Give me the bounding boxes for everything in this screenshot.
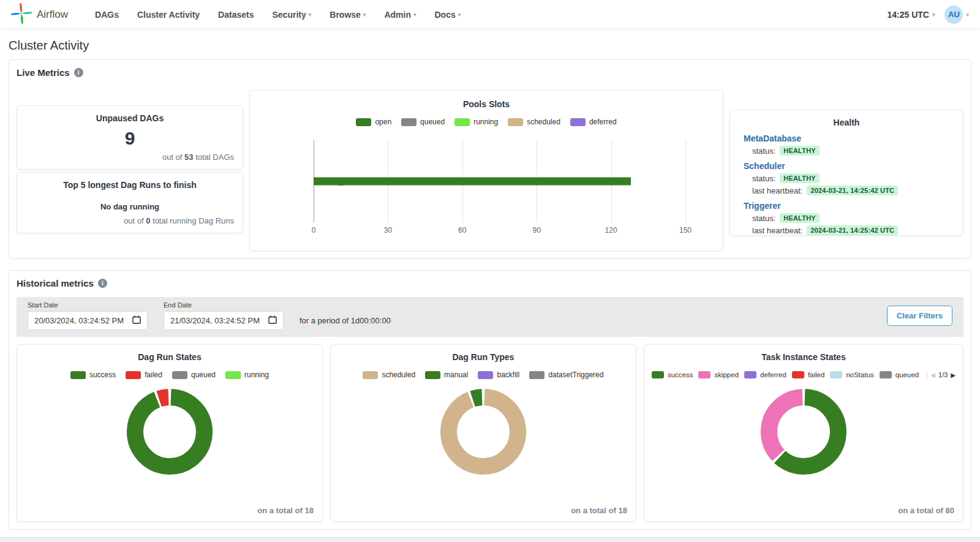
dag-run-states-donut bbox=[24, 385, 315, 478]
heartbeat-badge: 2024-03-21, 14:25:42 UTC bbox=[807, 225, 898, 235]
pager-prev-icon[interactable]: ◀ bbox=[930, 372, 935, 378]
legend-item-failed[interactable]: failed bbox=[792, 371, 825, 378]
pools-slots-chart: default_pool 0306090120150 bbox=[266, 140, 685, 236]
pools-slots-legend: openqueuedrunningscheduleddeferred bbox=[260, 118, 713, 126]
info-icon[interactable]: i bbox=[98, 279, 107, 288]
nav-item-docs[interactable]: Docs▾ bbox=[434, 10, 461, 20]
legend-label: deferred bbox=[589, 118, 617, 126]
legend-label: skipped bbox=[714, 371, 739, 378]
legend-item-deferred[interactable]: deferred bbox=[570, 118, 617, 126]
legend-item-success[interactable]: success bbox=[652, 371, 693, 378]
nav-item-datasets[interactable]: Datasets bbox=[218, 10, 254, 20]
no-dag-running-text: No dag running bbox=[26, 202, 234, 211]
legend-item-scheduled[interactable]: scheduled bbox=[363, 371, 415, 379]
start-date-input[interactable] bbox=[34, 316, 126, 325]
legend-item-running[interactable]: running bbox=[454, 118, 498, 126]
legend-chip bbox=[70, 371, 86, 379]
legend-label: open bbox=[375, 118, 391, 126]
live-metrics-panel: Live Metrics i Unpaused DAGs 9 out of 53… bbox=[9, 59, 971, 259]
historical-metrics-heading: Historical metrics i bbox=[17, 278, 963, 288]
timezone-selector[interactable]: 14:25 UTC ▾ bbox=[887, 10, 935, 20]
legend-item-open[interactable]: open bbox=[356, 118, 391, 126]
calendar-icon[interactable] bbox=[132, 315, 141, 326]
nav-item-admin[interactable]: Admin▾ bbox=[384, 10, 416, 20]
airflow-brand[interactable]: Airflow bbox=[11, 3, 68, 26]
chevron-down-icon: ▾ bbox=[363, 12, 366, 18]
avatar: AU bbox=[944, 6, 963, 24]
info-icon[interactable]: i bbox=[74, 68, 83, 77]
legend-chip bbox=[454, 118, 470, 126]
legend-label: success bbox=[668, 371, 693, 378]
legend-item-failed[interactable]: failed bbox=[126, 371, 162, 379]
page-title: Cluster Activity bbox=[9, 39, 971, 53]
brand-name: Airflow bbox=[37, 9, 68, 21]
end-date-field: End Date bbox=[164, 301, 284, 330]
legend-label: success bbox=[89, 371, 116, 379]
legend-label: running bbox=[244, 371, 269, 379]
status-badge: HEALTHY bbox=[780, 146, 820, 156]
status-badge: HEALTHY bbox=[780, 173, 820, 183]
live-metrics-heading: Live Metrics i bbox=[17, 67, 963, 78]
legend-item-datasetTriggered[interactable]: datasetTriggered bbox=[529, 371, 603, 379]
task-instance-states-legend: successskippeddeferredfailednoStatusqueu… bbox=[652, 371, 956, 379]
legend-label: queued bbox=[191, 371, 216, 379]
legend-item-success[interactable]: success bbox=[70, 371, 116, 379]
legend-item-scheduled[interactable]: scheduled bbox=[508, 118, 560, 126]
legend-item-queued[interactable]: queued bbox=[401, 118, 445, 126]
legend-pager: | ◀ 1/3 ▶ bbox=[925, 371, 956, 379]
legend-item-skipped[interactable]: skipped bbox=[698, 371, 739, 378]
chevron-down-icon: ▾ bbox=[932, 12, 935, 18]
legend-item-running[interactable]: running bbox=[225, 371, 269, 379]
legend-chip bbox=[363, 371, 378, 379]
legend-chip bbox=[570, 118, 586, 126]
legend-chip bbox=[225, 371, 241, 379]
navbar-right: 14:25 UTC ▾ AU ▾ bbox=[887, 6, 969, 24]
start-date-label: Start Date bbox=[28, 301, 148, 309]
legend-chip bbox=[698, 371, 710, 378]
user-menu[interactable]: AU ▾ bbox=[944, 6, 969, 24]
legend-chip bbox=[425, 371, 440, 379]
dag-run-types-legend: scheduledmanualbackfilldatasetTriggered bbox=[338, 371, 628, 379]
health-link-scheduler[interactable]: Scheduler bbox=[744, 161, 953, 171]
chevron-down-icon: ▾ bbox=[309, 12, 312, 18]
pool-bar bbox=[314, 177, 685, 185]
legend-label: queued bbox=[420, 118, 445, 126]
pager-separator: | bbox=[925, 371, 927, 379]
unpaused-dags-value: 9 bbox=[26, 128, 234, 149]
legend-chip bbox=[529, 371, 545, 379]
task-instance-states-title: Task Instance States bbox=[652, 352, 956, 362]
pools-slots-card: Pools Slots openqueuedrunningscheduledde… bbox=[249, 90, 723, 251]
dag-run-types-donut bbox=[338, 385, 628, 478]
legend-item-deferred[interactable]: deferred bbox=[744, 371, 786, 378]
legend-chip bbox=[401, 118, 417, 126]
legend-chip bbox=[172, 371, 187, 379]
legend-item-backfill[interactable]: backfill bbox=[478, 371, 519, 379]
dag-run-types-card: Dag Run Types scheduledmanualbackfilldat… bbox=[330, 344, 636, 522]
legend-chip bbox=[508, 118, 523, 126]
legend-label: noStatus bbox=[846, 371, 873, 378]
calendar-icon[interactable] bbox=[268, 315, 277, 326]
legend-label: running bbox=[473, 118, 498, 126]
health-link-triggerer[interactable]: Triggerer bbox=[744, 201, 953, 211]
chevron-down-icon: ▾ bbox=[458, 12, 461, 18]
legend-item-noStatus[interactable]: noStatus bbox=[830, 371, 873, 378]
legend-chip bbox=[356, 118, 371, 126]
pager-next-icon[interactable]: ▶ bbox=[951, 372, 956, 378]
legend-item-queued[interactable]: queued bbox=[880, 371, 919, 378]
legend-item-queued[interactable]: queued bbox=[172, 371, 216, 379]
task-instance-states-card: Task Instance States successskippeddefer… bbox=[644, 344, 963, 522]
clear-filters-button[interactable]: Clear Filters bbox=[887, 306, 952, 326]
longest-dag-runs-card: Top 5 longest Dag Runs to finish No dag … bbox=[17, 172, 243, 233]
task-instance-states-total: on a total of 80 bbox=[898, 506, 954, 515]
nav-item-dags[interactable]: DAGs bbox=[95, 10, 119, 20]
legend-label: queued bbox=[895, 371, 919, 378]
nav-item-security[interactable]: Security▾ bbox=[272, 10, 311, 20]
nav-item-cluster-activity[interactable]: Cluster Activity bbox=[137, 10, 200, 20]
period-text: for a period of 1d00:00:00 bbox=[300, 316, 391, 330]
health-link-metadatabase[interactable]: MetaDatabase bbox=[744, 134, 953, 143]
end-date-input[interactable] bbox=[170, 316, 262, 325]
legend-chip bbox=[744, 371, 756, 378]
dag-run-states-card: Dag Run States successfailedqueuedrunnin… bbox=[17, 344, 323, 522]
legend-item-manual[interactable]: manual bbox=[425, 371, 468, 379]
nav-item-browse[interactable]: Browse▾ bbox=[330, 10, 366, 20]
